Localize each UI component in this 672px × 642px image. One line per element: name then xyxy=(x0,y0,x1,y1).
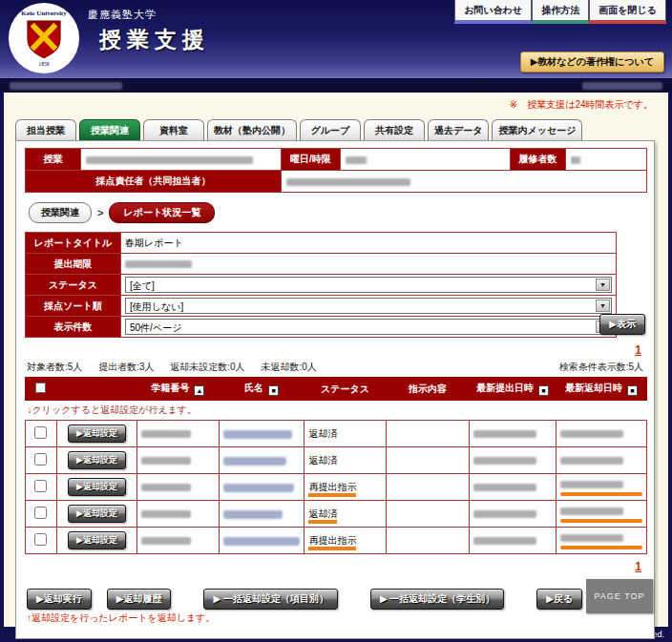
student-name-link[interactable] xyxy=(223,484,294,491)
close-screen-button[interactable]: 画面を閉じる xyxy=(589,0,666,24)
redacted-return-date xyxy=(560,430,623,438)
return-setting-button[interactable]: ▶返却設定 xyxy=(68,478,126,496)
select-all-checkbox[interactable] xyxy=(35,383,46,393)
redacted-user-name xyxy=(10,82,122,90)
status-text: 返却済 xyxy=(308,455,337,466)
status-text: 再提出指示 xyxy=(308,482,356,497)
page-size-select[interactable]: 50件/ページ ▼ xyxy=(125,319,612,335)
latest-submit-header: 最新提出日時■ xyxy=(470,378,556,401)
tab-past-data[interactable]: 過去データ xyxy=(428,119,489,140)
redacted-datetime xyxy=(582,82,662,90)
display-button[interactable]: ▶表示 xyxy=(599,314,645,335)
sort-order-label: 採点ソート順 xyxy=(26,296,121,317)
tab-resource-room[interactable]: 資料室 xyxy=(143,119,204,140)
student-name-link[interactable] xyxy=(223,510,283,518)
redacted-enrolled-count xyxy=(571,156,580,164)
tab-assigned-classes[interactable]: 担当授業 xyxy=(15,119,76,140)
sort-icon[interactable]: ■ xyxy=(627,385,638,396)
bulk-return-by-item-button[interactable]: ▶ 一括返却設定（項目別） xyxy=(203,589,337,610)
redacted-return-date xyxy=(560,481,623,488)
logo-year: 1858 xyxy=(38,61,50,67)
return-setting-button[interactable]: ▶返却設定 xyxy=(68,505,126,523)
student-name-link[interactable] xyxy=(223,457,286,465)
stats-bar: 対象者数:5人 提出者数:3人 返却未設定数:0人 未返却数:0人 検索条件表示… xyxy=(25,359,645,377)
materials-copyright-button[interactable]: ▶教材などの著作権について xyxy=(520,52,664,72)
stat-submitted: 提出者数:3人 xyxy=(98,362,154,372)
page-size-label: 表示件数 xyxy=(26,317,121,338)
instruction-header: 指示内容 xyxy=(386,378,469,401)
redacted-submit-date xyxy=(473,537,536,545)
deadline-label: 提出期限 xyxy=(26,254,121,275)
bulk-return-by-student-button[interactable]: ▶ 一括返却設定（学生別） xyxy=(370,589,504,610)
redacted-return-date xyxy=(560,507,623,515)
execute-return-button[interactable]: ▶返却実行 xyxy=(27,589,92,610)
tab-class-messages[interactable]: 授業内メッセージ xyxy=(492,119,582,140)
instruction-cell xyxy=(386,421,469,447)
return-setting-button[interactable]: ▶返却設定 xyxy=(68,531,126,549)
student-id-header: 学籍番号▲ xyxy=(137,378,219,401)
table-row: ▶返却設定 返却済 xyxy=(26,501,647,528)
tab-materials[interactable]: 教材（塾内公開） xyxy=(207,119,297,140)
redacted-return-date xyxy=(560,457,623,465)
tab-group[interactable]: グループ xyxy=(300,119,361,140)
latest-return-header: 最新返却日時■ xyxy=(556,378,646,401)
page-link-1[interactable]: 1 xyxy=(635,343,641,357)
report-search-form: レポートタイトル 春期レポート 提出期限 ステータス [全て] ▼ xyxy=(25,232,645,338)
how-to-use-button[interactable]: 操作方法 xyxy=(532,0,589,24)
row-checkbox[interactable] xyxy=(34,426,47,439)
stat-return-unset: 返却未設定数:0人 xyxy=(170,362,244,372)
day-period-label: 曜日/時限 xyxy=(282,149,341,171)
logo-university-en: Keio University xyxy=(21,10,67,17)
return-setting-hint: ↓クリックすると返却設定が行えます。 xyxy=(26,401,647,421)
table-row: ▶返却設定 返却済 xyxy=(26,447,647,474)
action-bar: ▶返却実行 ▶返却履歴 ▶ 一括返却設定（項目別） ▶ 一括返却設定（学生別） … xyxy=(27,589,643,610)
page-top-button[interactable]: PAGE TOP xyxy=(586,579,653,613)
status-select[interactable]: [全て] ▼ xyxy=(125,277,612,293)
breadcrumb: 授業関連 > レポート状況一覧 xyxy=(29,202,641,223)
return-setting-button[interactable]: ▶返却設定 xyxy=(68,425,126,443)
return-date-underline xyxy=(560,492,642,496)
sort-icon[interactable]: ■ xyxy=(538,385,549,396)
sort-order-select[interactable]: [使用しない] ▼ xyxy=(125,298,612,314)
redacted-student-id xyxy=(141,537,191,545)
return-history-button[interactable]: ▶返却履歴 xyxy=(107,589,172,610)
report-title-label: レポートタイトル xyxy=(26,233,121,254)
page-link-1[interactable]: 1 xyxy=(635,560,641,573)
stat-filtered: 検索条件表示数:5人 xyxy=(559,362,643,372)
redacted-submit-date xyxy=(473,484,536,491)
page-size-select-value: 50件/ページ xyxy=(130,322,181,333)
status-select-value: [全て] xyxy=(130,280,155,291)
report-title-value: 春期レポート xyxy=(121,233,617,254)
sort-asc-icon[interactable]: ▲ xyxy=(194,385,204,396)
redacted-student-id xyxy=(141,510,191,518)
keio-logo: Keio University 1858 xyxy=(8,2,80,74)
status-text: 再提出指示 xyxy=(308,535,356,550)
student-name-link[interactable] xyxy=(223,430,292,438)
app-header: Keio University 1858 慶應義塾大学 授業支援 お問い合わせ … xyxy=(0,0,672,78)
return-setting-column-header xyxy=(56,378,136,401)
sort-icon[interactable]: ■ xyxy=(268,385,279,396)
tab-share-settings[interactable]: 共有設定 xyxy=(364,119,425,140)
instruction-cell xyxy=(386,528,469,554)
redacted-student-id xyxy=(141,430,191,438)
pagination-bottom: 1 xyxy=(25,554,645,575)
redacted-deadline xyxy=(125,260,192,268)
redacted-class-name xyxy=(86,156,253,164)
row-checkbox[interactable] xyxy=(34,480,47,492)
notice-24h: ※ 授業支援は24時間表示です。 xyxy=(4,94,668,114)
return-setting-button[interactable]: ▶返却設定 xyxy=(68,451,126,469)
row-checkbox[interactable] xyxy=(34,507,47,519)
tab-class-related[interactable]: 授業関連 xyxy=(79,119,140,140)
instruction-cell xyxy=(386,474,469,501)
row-checkbox[interactable] xyxy=(34,453,47,466)
chevron-down-icon[interactable]: ▼ xyxy=(596,279,610,291)
class-info-table: 授業 曜日/時限 履修者数 採点責任者（共同担当者） xyxy=(25,148,647,193)
redacted-grader-names xyxy=(286,178,410,186)
back-button[interactable]: ▶戻る xyxy=(536,589,582,610)
chevron-down-icon[interactable]: ▼ xyxy=(596,300,610,312)
sort-order-select-value: [使用しない] xyxy=(130,301,183,312)
contact-button[interactable]: お問い合わせ xyxy=(454,0,532,24)
student-name-link[interactable] xyxy=(223,537,300,545)
row-checkbox[interactable] xyxy=(34,533,47,546)
breadcrumb-parent-button[interactable]: 授業関連 xyxy=(29,202,92,223)
